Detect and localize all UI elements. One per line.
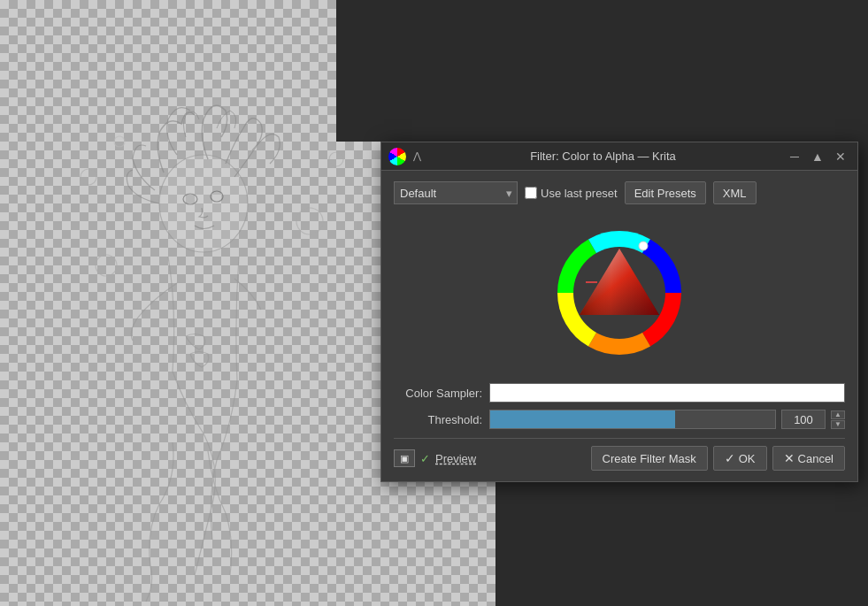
create-filter-mask-button[interactable]: Create Filter Mask [591, 446, 708, 471]
threshold-row: Threshold: ▲ ▼ [394, 410, 845, 429]
preview-section: ▣ ✓ Preview [394, 449, 476, 467]
cancel-icon: ✕ [784, 451, 795, 465]
ok-button[interactable]: ✓ OK [713, 446, 767, 471]
title-bar-left: ⋀ [388, 148, 421, 165]
svg-point-2 [211, 191, 223, 202]
dialog-content: Default Use last preset Edit Presets XML [381, 171, 857, 481]
bottom-bar: ▣ ✓ Preview Create Filter Mask ✓ OK ✕ Ca… [394, 438, 845, 471]
cancel-label: Cancel [798, 452, 833, 465]
ok-icon: ✓ [725, 451, 735, 465]
threshold-value-input[interactable] [781, 410, 826, 429]
dialog-title: Filter: Color to Alpha — Krita [530, 150, 676, 163]
window-controls: ─ ▲ ✕ [785, 147, 850, 166]
close-button[interactable]: ✕ [831, 147, 850, 166]
krita-logo-icon [388, 148, 406, 165]
xml-button[interactable]: XML [713, 181, 757, 204]
color-sampler-row: Color Sampler: [394, 383, 845, 403]
svg-point-4 [296, 208, 323, 234]
ok-label: OK [739, 452, 756, 465]
threshold-up-button[interactable]: ▲ [831, 410, 845, 419]
expand-icon[interactable]: ⋀ [413, 150, 421, 162]
use-last-preset-text: Use last preset [541, 187, 618, 200]
color-sampler-label: Color Sampler: [394, 387, 482, 400]
edit-presets-button[interactable]: Edit Presets [625, 181, 706, 204]
svg-point-0 [159, 155, 248, 252]
preview-check-icon: ✓ [420, 452, 430, 465]
create-filter-mask-label: Create Filter Mask [603, 452, 696, 465]
svg-point-3 [96, 255, 117, 276]
threshold-spinner: ▲ ▼ [831, 410, 845, 429]
svg-point-6 [81, 169, 96, 185]
preset-select-wrapper: Default [394, 181, 518, 204]
preview-icon: ▣ [394, 449, 415, 467]
canvas-dark-corner [336, 0, 495, 142]
threshold-fill [490, 410, 675, 428]
minimize-button[interactable]: ─ [785, 147, 804, 166]
maximize-button[interactable]: ▲ [808, 147, 827, 166]
threshold-down-button[interactable]: ▼ [831, 420, 845, 429]
preset-select[interactable]: Default [394, 181, 518, 204]
threshold-label: Threshold: [394, 413, 482, 426]
color-sampler-bar[interactable] [489, 383, 845, 403]
color-wheel-container [394, 215, 845, 371]
svg-point-5 [329, 152, 343, 166]
color-wheel[interactable] [549, 222, 690, 364]
cancel-button[interactable]: ✕ Cancel [772, 446, 845, 471]
preview-label[interactable]: Preview [435, 452, 476, 465]
color-wheel-svg [549, 222, 690, 364]
threshold-track[interactable] [489, 410, 776, 429]
action-buttons: Create Filter Mask ✓ OK ✕ Cancel [591, 446, 845, 471]
title-bar: ⋀ Filter: Color to Alpha — Krita ─ ▲ ✕ [381, 142, 857, 171]
threshold-bar-wrap: ▲ ▼ [489, 410, 845, 429]
svg-point-12 [639, 242, 648, 250]
filter-dialog: ⋀ Filter: Color to Alpha — Krita ─ ▲ ✕ D… [380, 142, 858, 482]
svg-point-7 [114, 136, 125, 147]
svg-point-1 [183, 194, 197, 204]
use-last-preset-checkbox[interactable] [525, 187, 537, 199]
toolbar-row: Default Use last preset Edit Presets XML [394, 181, 845, 204]
use-last-preset-label[interactable]: Use last preset [525, 187, 618, 200]
